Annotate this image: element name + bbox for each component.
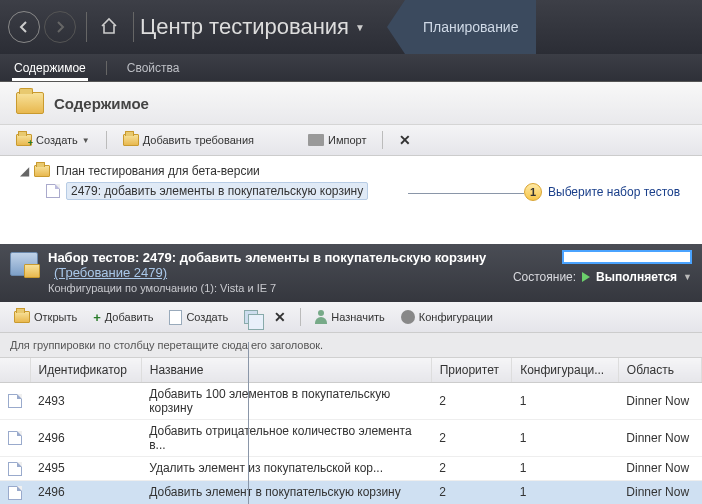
- create-test-button[interactable]: Создать: [163, 307, 234, 328]
- cell-id: 2496: [30, 420, 141, 457]
- test-case-icon: [8, 394, 22, 408]
- configurations-button[interactable]: Конфигурации: [395, 307, 499, 327]
- suite-header: Набор тестов: 2479: добавить элементы в …: [0, 244, 702, 302]
- create-label: Создать: [36, 134, 78, 146]
- create-test-label: Создать: [186, 311, 228, 323]
- subtab-properties[interactable]: Свойства: [125, 55, 182, 81]
- cell-config: 1: [512, 457, 619, 481]
- separator: [106, 131, 107, 149]
- test-suite-icon: [46, 184, 60, 198]
- copy-icon: [244, 310, 258, 324]
- delete-icon: ✕: [274, 309, 286, 325]
- cell-area: Dinner Now: [618, 383, 701, 420]
- open-button[interactable]: Открыть: [8, 308, 83, 326]
- tree-root-row[interactable]: ◢ План тестирования для бета-версии: [18, 162, 684, 180]
- callout-1-text: Выберите набор тестов: [548, 185, 680, 199]
- home-icon[interactable]: [99, 16, 119, 39]
- dropdown-icon: ▼: [355, 22, 365, 33]
- suite-icon: [10, 252, 38, 276]
- tests-table: Идентификатор Название Приоритет Конфигу…: [0, 358, 702, 504]
- add-button[interactable]: + Добавить: [87, 307, 159, 328]
- subtab-contents[interactable]: Содержимое: [12, 55, 88, 81]
- delete-button[interactable]: ✕: [393, 129, 417, 151]
- doc-icon: [169, 310, 182, 325]
- tab-planning[interactable]: Планирование: [405, 0, 537, 54]
- callout-line: [248, 342, 249, 504]
- col-area[interactable]: Область: [618, 358, 701, 383]
- add-req-label: Добавить требования: [143, 134, 254, 146]
- test-case-icon: [8, 462, 22, 476]
- book-icon: [308, 134, 324, 146]
- cell-name: Удалить элемент из покупательской кор...: [141, 457, 431, 481]
- nav-forward-button[interactable]: [44, 11, 76, 43]
- app-title-dropdown[interactable]: Центр тестирования ▼: [140, 14, 365, 40]
- expander-icon[interactable]: ◢: [18, 164, 30, 178]
- delete-icon: ✕: [399, 132, 411, 148]
- callout-1: 1 Выберите набор тестов: [524, 183, 680, 201]
- progress-bar: [562, 250, 692, 264]
- config-label: Конфигурации: [419, 311, 493, 323]
- table-row[interactable]: 2495 Удалить элемент из покупательской к…: [0, 457, 702, 481]
- subtab-contents-label: Содержимое: [14, 61, 86, 75]
- nav-back-button[interactable]: [8, 11, 40, 43]
- tab-arrow: [387, 0, 405, 54]
- add-requirement-button[interactable]: Добавить требования: [117, 131, 260, 149]
- tests-toolbar: Открыть + Добавить Создать ✕ Назначить К…: [0, 302, 702, 333]
- suite-config-text: Конфигурации по умолчанию (1): Vista и I…: [48, 282, 503, 294]
- col-config[interactable]: Конфигураци...: [512, 358, 619, 383]
- content-title: Содержимое: [54, 95, 149, 112]
- col-name[interactable]: Название: [141, 358, 431, 383]
- table-row[interactable]: 2493 Добавить 100 элементов в покупатель…: [0, 383, 702, 420]
- app-title-text: Центр тестирования: [140, 14, 349, 40]
- cell-priority: 2: [431, 457, 511, 481]
- col-icon[interactable]: [0, 358, 30, 383]
- test-case-icon: [8, 431, 22, 445]
- import-label: Импорт: [328, 134, 366, 146]
- callout-line: [408, 193, 524, 194]
- state-selector[interactable]: Состояние: Выполняется ▼: [513, 270, 692, 284]
- tab-planning-label: Планирование: [423, 19, 519, 35]
- folder-icon: [123, 134, 139, 146]
- cell-id: 2495: [30, 457, 141, 481]
- gear-icon: [401, 310, 415, 324]
- import-button[interactable]: Импорт: [302, 131, 372, 149]
- col-id[interactable]: Идентификатор: [30, 358, 141, 383]
- assign-button[interactable]: Назначить: [309, 307, 391, 327]
- cell-area: Dinner Now: [618, 480, 701, 504]
- delete-test-button[interactable]: ✕: [268, 306, 292, 328]
- open-label: Открыть: [34, 311, 77, 323]
- cell-id: 2496: [30, 480, 141, 504]
- tree-child-label: 2479: добавить элементы в покупательскую…: [66, 182, 368, 200]
- folder-icon: [34, 165, 50, 177]
- app-header: Центр тестирования ▼ Планирование: [0, 0, 702, 54]
- cell-config: 1: [512, 383, 619, 420]
- separator: [300, 308, 301, 326]
- dropdown-icon: ▼: [683, 272, 692, 282]
- cell-name: Добавить 100 элементов в покупательскую …: [141, 383, 431, 420]
- divider: [106, 61, 107, 75]
- person-icon: [315, 310, 327, 324]
- state-value: Выполняется: [596, 270, 677, 284]
- cell-config: 1: [512, 420, 619, 457]
- state-label: Состояние:: [513, 270, 576, 284]
- cell-priority: 2: [431, 383, 511, 420]
- divider: [86, 12, 87, 42]
- callout-1-badge: 1: [524, 183, 542, 201]
- table-row-selected[interactable]: 2496 Добавить элемент в покупательскую к…: [0, 480, 702, 504]
- create-button[interactable]: Создать ▼: [10, 131, 96, 149]
- requirement-link[interactable]: (Требование 2479): [54, 265, 167, 280]
- cell-area: Dinner Now: [618, 420, 701, 457]
- suite-title-text: Набор тестов: 2479: добавить элементы в …: [48, 250, 486, 265]
- cell-name: Добавить отрицательное количество элемен…: [141, 420, 431, 457]
- open-icon: [14, 311, 30, 323]
- suite-title: Набор тестов: 2479: добавить элементы в …: [48, 250, 503, 280]
- tree-toolbar: Создать ▼ Добавить требования Импорт ✕: [0, 125, 702, 156]
- dropdown-icon: ▼: [82, 136, 90, 145]
- col-priority[interactable]: Приоритет: [431, 358, 511, 383]
- folder-plus-icon: [16, 134, 32, 146]
- separator: [382, 131, 383, 149]
- copy-button[interactable]: [238, 307, 264, 327]
- content-title-bar: Содержимое: [0, 82, 702, 125]
- tree-root-label: План тестирования для бета-версии: [56, 164, 260, 178]
- table-row[interactable]: 2496 Добавить отрицательное количество э…: [0, 420, 702, 457]
